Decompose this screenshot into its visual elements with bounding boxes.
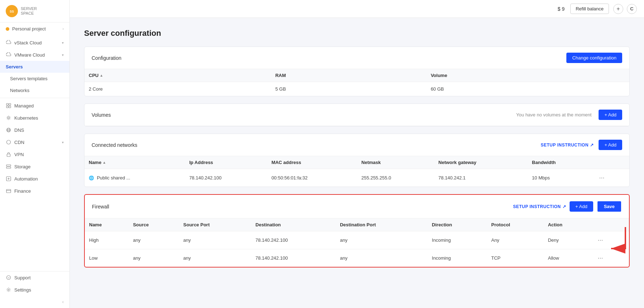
network-name-cell: 🌐 Public shared ... <box>84 169 185 187</box>
grid-icon <box>6 103 11 109</box>
firewall-header-actions: SETUP INSTRUCTION ↗ + Add Save <box>513 201 622 212</box>
networks-card-title: Connected networks <box>92 142 137 148</box>
fw-destination-header: Destination <box>251 218 336 231</box>
sidebar-item-label: Networks <box>10 88 29 93</box>
fw-source-header: Source <box>129 218 179 231</box>
svg-point-10 <box>7 140 11 144</box>
chevron-right-icon: › <box>63 27 64 31</box>
sort-arrow-name-icon: ▲ <box>102 160 106 164</box>
configuration-card-title: Configuration <box>92 55 121 61</box>
networks-card-header: Connected networks SETUP INSTRUCTION ↗ +… <box>84 134 629 156</box>
external-link-icon: ↗ <box>590 143 594 148</box>
sidebar-nav: vStack Cloud ▾ VMware Cloud ▾ Servers Se… <box>0 35 69 198</box>
fw-row1-more: ··· <box>591 249 629 267</box>
fw-row0-destination: 78.140.242.100 <box>251 231 336 249</box>
sidebar-item-kubernetes[interactable]: Kubernetes <box>0 112 69 124</box>
network-globe-icon: 🌐 <box>89 175 94 181</box>
fw-row0-source: any <box>129 231 179 249</box>
fw-row1-source-port: any <box>179 249 251 267</box>
fw-row0-more: ··· <box>591 231 629 249</box>
chevron-down-icon-vmware: ▾ <box>62 53 64 57</box>
sidebar-item-label: Kubernetes <box>14 115 38 121</box>
fw-destination-port-header: Destination Port <box>336 218 428 231</box>
networks-add-button[interactable]: + Add <box>599 140 622 150</box>
sidebar-item-managed[interactable]: Managed <box>0 100 69 112</box>
netmask-column-header: Netmask <box>357 156 434 169</box>
fw-row0-direction: Incoming <box>428 231 487 249</box>
add-button[interactable]: + <box>613 4 623 14</box>
automation-icon <box>6 176 11 182</box>
table-row: 🌐 Public shared ... 78.140.242.100 00:50… <box>84 169 629 187</box>
logo-text: SERVER SPACE <box>21 6 37 16</box>
table-row: Low any any 78.140.242.100 any Incoming … <box>85 249 629 267</box>
volume-value: 60 GB <box>426 82 629 96</box>
svg-rect-4 <box>6 106 8 108</box>
chevron-down-icon: ▾ <box>62 41 64 45</box>
name-column-header[interactable]: Name ▲ <box>84 156 185 169</box>
sidebar-item-automation[interactable]: Automation <box>0 173 69 185</box>
sidebar-item-vpn[interactable]: VPN <box>0 148 69 160</box>
change-configuration-button[interactable]: Change configuration <box>566 53 622 63</box>
sidebar-item-label: Storage <box>14 164 31 169</box>
sidebar-item-dns[interactable]: DNS <box>0 124 69 136</box>
ip-column-header: Ip Address <box>185 156 267 169</box>
sidebar-item-support[interactable]: ? Support <box>0 271 69 284</box>
sidebar-item-cdn[interactable]: CDN ▾ <box>0 136 69 148</box>
sidebar-item-settings[interactable]: Settings <box>0 284 69 296</box>
volumes-add-button[interactable]: + Add <box>599 110 622 120</box>
project-dot <box>6 27 9 31</box>
sidebar-item-storage[interactable]: Storage <box>0 160 69 173</box>
fw-direction-header: Direction <box>428 218 487 231</box>
firewall-setup-instruction-link[interactable]: SETUP INSTRUCTION ↗ <box>513 204 566 209</box>
network-row-more-button[interactable]: ··· <box>597 173 607 182</box>
svg-text:SS: SS <box>10 10 14 13</box>
refill-balance-button[interactable]: Refill balance <box>570 4 609 14</box>
help-icon: ? <box>6 275 11 280</box>
firewall-row0-more-button[interactable]: ··· <box>596 236 605 245</box>
fw-row1-protocol: TCP <box>487 249 543 267</box>
firewall-card-header: Firewall SETUP INSTRUCTION ↗ + Add Save <box>85 195 629 218</box>
sidebar-item-finance[interactable]: Finance <box>0 185 69 197</box>
sidebar-collapse-button[interactable]: ‹ <box>0 296 69 308</box>
svg-rect-13 <box>6 167 11 168</box>
network-mac-cell: 00:50:56:01:fa:32 <box>267 169 357 187</box>
actions-column-header <box>593 156 630 169</box>
sidebar-item-servers-templates[interactable]: Servers templates <box>0 73 69 85</box>
sidebar-item-servers[interactable]: Servers <box>0 61 69 73</box>
fw-action-header: Action <box>543 218 591 231</box>
sidebar-item-vmware[interactable]: VMware Cloud ▾ <box>0 49 69 61</box>
ram-column-header: RAM <box>271 69 426 82</box>
svg-rect-3 <box>9 104 11 105</box>
bandwidth-column-header: Bandwidth <box>528 156 593 169</box>
networks-setup-instruction-link[interactable]: SETUP INSTRUCTION ↗ <box>541 143 594 148</box>
firewall-save-button[interactable]: Save <box>597 201 622 212</box>
sidebar-item-networks[interactable]: Networks <box>0 85 69 96</box>
fw-row1-direction: Incoming <box>428 249 487 267</box>
svg-rect-15 <box>6 189 11 193</box>
svg-rect-12 <box>6 165 11 166</box>
svg-point-18 <box>8 289 9 290</box>
chevron-down-icon-cdn: ▾ <box>62 140 64 144</box>
firewall-add-button[interactable]: + Add <box>570 201 593 212</box>
configuration-card-header: Configuration Change configuration <box>84 47 629 69</box>
topbar: $ 9 Refill balance + C <box>70 0 644 18</box>
sidebar-item-vstack[interactable]: vStack Cloud ▾ <box>0 37 69 49</box>
volume-column-header: Volume <box>426 69 629 82</box>
firewall-card-wrapper: Firewall SETUP INSTRUCTION ↗ + Add Save <box>84 194 630 268</box>
networks-card: Connected networks SETUP INSTRUCTION ↗ +… <box>84 134 630 187</box>
cloud-icon <box>6 40 11 45</box>
network-actions-cell: ··· <box>593 169 630 187</box>
sidebar-item-label: DNS <box>14 127 24 133</box>
firewall-card-title: Firewall <box>92 204 109 210</box>
ram-value: 5 GB <box>271 82 426 96</box>
sidebar-item-label: Automation <box>14 176 38 182</box>
cpu-column-header[interactable]: CPU ▲ <box>84 69 271 82</box>
content-area: Server configuration Configuration Chang… <box>70 18 644 308</box>
balance-display: $ 9 <box>557 6 564 12</box>
firewall-row1-more-button[interactable]: ··· <box>596 254 605 263</box>
configuration-card: Configuration Change configuration CPU ▲ <box>84 47 630 96</box>
project-selector[interactable]: Personal project › <box>0 23 69 35</box>
fw-row0-action: Deny <box>543 231 591 249</box>
logo-icon: SS <box>6 5 18 17</box>
avatar: C <box>627 4 637 14</box>
